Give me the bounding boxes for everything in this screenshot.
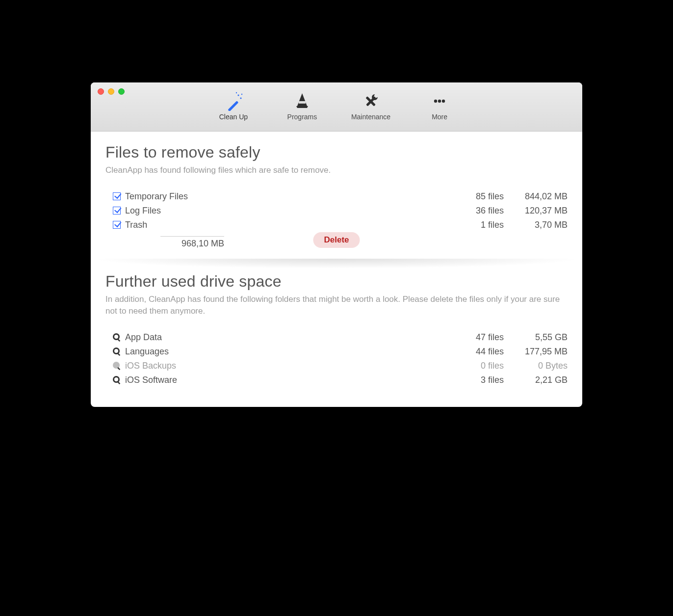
svg-point-20: [114, 363, 118, 367]
svg-point-11: [438, 100, 441, 103]
checkbox-temporary[interactable]: [113, 192, 121, 200]
row-label: Log Files: [125, 206, 161, 216]
row-size: 844,02 MB: [504, 191, 568, 202]
toolbar: Clean Up Programs: [91, 91, 582, 121]
row-file-count: 36 files: [455, 206, 504, 216]
tools-icon: [361, 91, 381, 111]
app-window: Clean Up Programs: [91, 82, 582, 407]
row-file-count: 44 files: [455, 347, 504, 357]
svg-marker-5: [297, 93, 307, 106]
row-size: 2,21 GB: [504, 375, 568, 385]
svg-point-12: [442, 100, 445, 103]
section-title: Further used drive space: [105, 272, 568, 291]
svg-point-3: [236, 92, 237, 93]
tab-clean-up[interactable]: Clean Up: [214, 91, 253, 121]
row-size: 0 Bytes: [504, 361, 568, 371]
row-label: App Data: [125, 332, 162, 343]
section-title: Files to remove safely: [105, 143, 568, 161]
row-size: 5,55 GB: [504, 332, 568, 343]
tab-label: Clean Up: [219, 113, 248, 121]
svg-point-23: [114, 377, 118, 381]
magnify-icon: [111, 361, 122, 370]
row-file-count: 0 files: [455, 361, 504, 371]
svg-point-17: [114, 349, 118, 353]
row-label: Temporary Files: [125, 191, 188, 202]
checkbox-logs[interactable]: [113, 207, 121, 214]
section-subtitle: In addition, CleanApp has found the foll…: [105, 294, 568, 318]
row-label: iOS Software: [125, 375, 177, 385]
apps-icon: [292, 91, 312, 111]
delete-button[interactable]: Delete: [313, 232, 360, 248]
svg-point-14: [114, 335, 118, 339]
total-row: Delete 968,10 MB: [105, 232, 568, 250]
magnify-icon: [111, 347, 122, 356]
row-file-count: 3 files: [455, 375, 504, 385]
section-divider: [91, 259, 582, 268]
checkbox-trash[interactable]: [113, 221, 121, 229]
row-label: Languages: [125, 347, 169, 357]
row-file-count: 85 files: [455, 191, 504, 202]
magnify-icon: [111, 375, 122, 384]
folder-row-ios-software[interactable]: iOS Software 3 files 2,21 GB: [105, 373, 568, 387]
content: Files to remove safely CleanApp has foun…: [91, 132, 582, 407]
tab-maintenance[interactable]: Maintenance: [351, 91, 390, 121]
file-row-logs: Log Files 36 files 120,37 MB: [105, 204, 568, 218]
titlebar: Clean Up Programs: [91, 82, 582, 132]
file-row-trash: Trash 1 files 3,70 MB: [105, 218, 568, 232]
folder-row-languages[interactable]: Languages 44 files 177,95 MB: [105, 345, 568, 359]
section-subtitle: CleanApp has found following files which…: [105, 164, 568, 177]
row-size: 120,37 MB: [504, 206, 568, 216]
svg-point-4: [241, 94, 242, 95]
folder-row-ios-backups[interactable]: iOS Backups 0 files 0 Bytes: [105, 359, 568, 373]
row-label: Trash: [125, 220, 147, 230]
svg-marker-7: [296, 106, 308, 108]
svg-point-10: [434, 100, 437, 103]
magnify-icon: [111, 333, 122, 342]
svg-point-2: [240, 97, 241, 99]
tab-label: More: [432, 113, 447, 121]
wand-icon: [224, 91, 243, 111]
file-row-temporary: Temporary Files 85 files 844,02 MB: [105, 189, 568, 204]
svg-rect-6: [299, 101, 306, 104]
total-size: 968,10 MB: [160, 236, 224, 249]
svg-rect-0: [228, 101, 238, 111]
tab-label: Maintenance: [351, 113, 390, 121]
row-label: iOS Backups: [125, 361, 176, 371]
row-file-count: 47 files: [455, 332, 504, 343]
svg-point-1: [237, 94, 239, 96]
row-size: 177,95 MB: [504, 347, 568, 357]
more-icon: [430, 91, 449, 111]
row-file-count: 1 files: [455, 220, 504, 230]
row-size: 3,70 MB: [504, 220, 568, 230]
tab-label: Programs: [287, 113, 317, 121]
tab-more[interactable]: More: [420, 91, 459, 121]
tab-programs[interactable]: Programs: [283, 91, 322, 121]
folder-row-app-data[interactable]: App Data 47 files 5,55 GB: [105, 330, 568, 345]
